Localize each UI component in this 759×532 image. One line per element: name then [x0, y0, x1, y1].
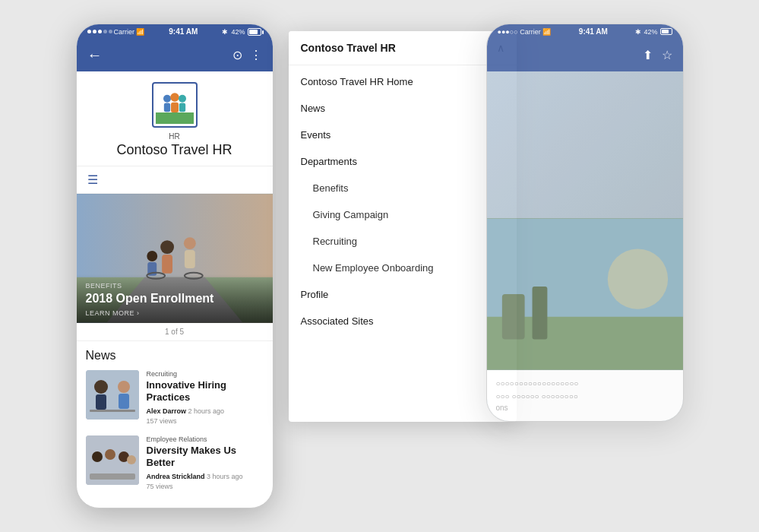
svg-point-2 [163, 94, 171, 102]
svg-rect-21 [96, 394, 106, 410]
svg-rect-12 [162, 255, 172, 274]
news-title-2: Diversity Makes Us Better [147, 445, 264, 470]
phone-nav-bar: ← ⊙ ⋮ [77, 40, 273, 71]
phone-device: Carrier 📶 9:41 AM ✱ 42% ← ⊙ ⋮ [76, 24, 274, 509]
svg-point-13 [147, 251, 157, 261]
dropdown-header[interactable]: Contoso Travel HR ∧ [289, 31, 517, 65]
svg-point-29 [127, 455, 136, 464]
news-category-1: Recruiting [147, 370, 264, 378]
status-right: ✱ 42% [222, 28, 261, 36]
menu-item-recruiting[interactable]: Recruiting [289, 228, 517, 255]
battery-icon [248, 28, 261, 36]
news-item-1[interactable]: Recruiting Innovative Hiring Practices A… [86, 370, 264, 426]
news-category-2: Employee Relations [147, 435, 264, 443]
thumb-image-1 [86, 370, 139, 420]
phone-ghost: ●●●○○ Carrier 📶 9:41 AM ✱ 42% ⬆ ☆ [486, 24, 684, 422]
status-left: Carrier 📶 [87, 28, 145, 36]
news-meta-2: Andrea Strickland 3 hours ago 75 views [147, 472, 264, 491]
svg-rect-3 [163, 103, 169, 112]
bluetooth-icon: ✱ [222, 28, 228, 36]
news-info-2: Employee Relations Diversity Makes Us Be… [147, 435, 264, 492]
menu-item-news[interactable]: News [289, 95, 517, 122]
svg-point-15 [183, 237, 195, 249]
scene-right: Contoso Travel HR ∧ Contoso Travel HR Ho… [289, 24, 684, 422]
news-section: News [77, 341, 273, 508]
status-bar: Carrier 📶 9:41 AM ✱ 42% [77, 24, 273, 40]
news-author-1: Alex Darrow [147, 407, 187, 415]
ghost-nav: ⬆ ☆ [487, 40, 683, 71]
pagination: 1 of 5 [77, 323, 273, 341]
svg-point-22 [118, 381, 130, 393]
svg-rect-23 [119, 394, 129, 409]
menu-item-benefits[interactable]: Benefits [289, 175, 517, 201]
ghost-text-2: ○○○ ○○○○○○ ○○○○○○○○ [496, 392, 674, 401]
svg-point-26 [92, 451, 103, 462]
ghost-status-bar: ●●●○○ Carrier 📶 9:41 AM ✱ 42% [487, 24, 683, 40]
hero-banner: Benefits 2018 Open Enrollment LEARN MORE… [77, 194, 273, 323]
back-button[interactable]: ← [87, 46, 103, 64]
site-logo [152, 82, 198, 128]
news-views-2: 75 views [147, 483, 173, 490]
signal-dot-4 [103, 30, 107, 33]
site-label: HR [84, 132, 265, 141]
carrier-label: Carrier [114, 28, 135, 36]
menu-item-new-employee-onboarding[interactable]: New Employee Onboarding [289, 255, 517, 281]
hamburger-bar: ☰ [77, 166, 273, 194]
menu-item-profile[interactable]: Profile [289, 281, 517, 308]
status-time: 9:41 AM [169, 27, 198, 36]
svg-point-33 [607, 249, 667, 309]
dropdown-menu: Contoso Travel HR Home News Events Depar… [289, 65, 517, 337]
menu-item-departments[interactable]: Departments [289, 148, 517, 175]
menu-item-associated-sites[interactable]: Associated Sites [289, 308, 517, 334]
news-item-2[interactable]: Employee Relations Diversity Makes Us Be… [86, 435, 264, 492]
signal-dot-1 [87, 30, 91, 33]
svg-rect-35 [532, 287, 547, 339]
news-heading: News [86, 349, 264, 363]
ghost-star-icon: ☆ [662, 48, 672, 62]
svg-point-11 [160, 240, 174, 254]
ghost-status-right: ✱ 42% [635, 28, 672, 36]
ghost-content: ○○○○○○○○○○○○○○○○○○ ○○○ ○○○○○○ ○○○○○○○○ o… [487, 71, 683, 421]
news-time-1: 2 hours ago [188, 407, 225, 415]
search-icon[interactable]: ⊙ [232, 48, 242, 62]
hero-learn-more[interactable]: LEARN MORE › [86, 309, 264, 317]
ghost-status-time: 9:41 AM [579, 27, 608, 36]
svg-rect-7 [179, 103, 185, 112]
hero-tag: Benefits [86, 282, 264, 290]
signal-dot-3 [98, 30, 102, 33]
menu-item-home[interactable]: Contoso Travel HR Home [289, 68, 517, 95]
news-author-2: Andrea Strickland [147, 473, 205, 480]
svg-point-6 [179, 94, 186, 102]
menu-item-giving-campaign[interactable]: Giving Campaign [289, 201, 517, 228]
dropdown-panel: Contoso Travel HR ∧ Contoso Travel HR Ho… [289, 31, 517, 422]
dropdown-title: Contoso Travel HR [301, 42, 396, 54]
svg-rect-16 [184, 250, 194, 268]
svg-rect-1 [156, 112, 194, 124]
svg-rect-5 [171, 102, 179, 112]
hero-overlay: Benefits 2018 Open Enrollment LEARN MORE… [77, 274, 273, 322]
svg-rect-19 [86, 370, 139, 420]
wifi-icon: 📶 [136, 28, 144, 36]
svg-rect-30 [90, 473, 135, 480]
site-title: Contoso Travel HR [84, 142, 265, 158]
battery-percent: 42% [231, 28, 245, 36]
hamburger-icon[interactable]: ☰ [87, 173, 98, 186]
nav-icons: ⊙ ⋮ [232, 48, 262, 62]
svg-point-4 [170, 93, 179, 102]
svg-point-27 [105, 449, 115, 460]
hero-headline: 2018 Open Enrollment [86, 291, 264, 306]
news-thumbnail-1 [86, 370, 139, 420]
news-time-2: 3 hours ago [207, 473, 243, 480]
news-thumbnail-2 [86, 435, 139, 485]
menu-item-events[interactable]: Events [289, 122, 517, 148]
svg-rect-34 [501, 294, 524, 340]
thumb-image-2 [86, 435, 139, 485]
news-views-1: 157 views [147, 417, 177, 425]
more-icon[interactable]: ⋮ [250, 48, 262, 62]
signal-dot-5 [109, 30, 112, 33]
news-title-1: Innovative Hiring Practices [147, 379, 264, 405]
ghost-hero [487, 218, 683, 370]
svg-rect-24 [90, 410, 135, 412]
site-header: HR Contoso Travel HR [77, 71, 273, 166]
news-meta-1: Alex Darrow 2 hours ago 157 views [147, 407, 264, 426]
